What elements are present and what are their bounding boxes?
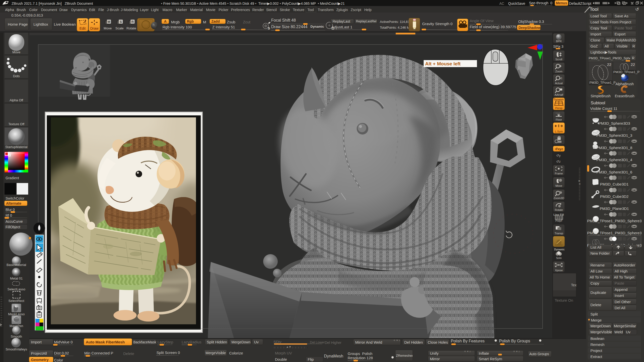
- svg-text:S: S: [268, 26, 270, 30]
- svg-text:Alt + Mouse left: Alt + Mouse left: [425, 61, 461, 66]
- svg-text:x y z: x y z: [556, 112, 560, 114]
- svg-text:S: S: [120, 20, 122, 24]
- svg-text:R: R: [131, 20, 134, 24]
- svg-text:↺xyz: ↺xyz: [555, 147, 563, 151]
- svg-text:x1: x1: [560, 77, 562, 80]
- svg-text:M: M: [108, 20, 110, 24]
- svg-text:↺z: ↺z: [556, 160, 560, 163]
- svg-text:↺y: ↺y: [556, 154, 561, 157]
